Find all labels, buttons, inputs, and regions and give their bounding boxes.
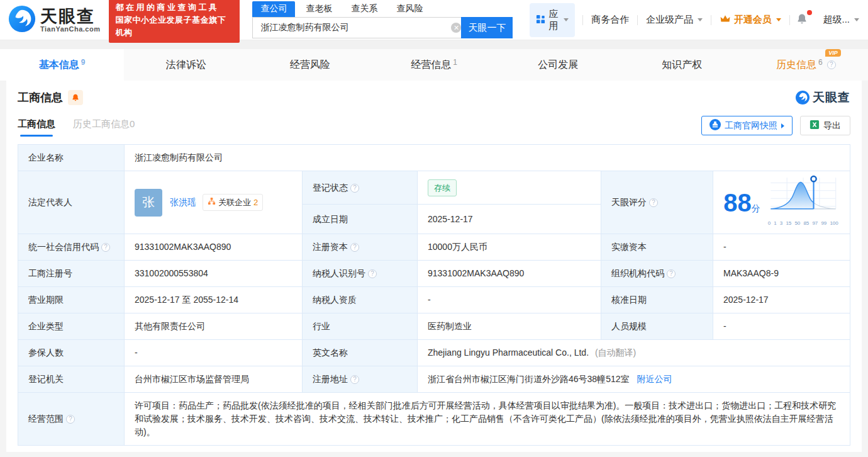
subtab-business-info[interactable]: 工商信息 [18, 118, 55, 137]
section-title: 工商信息 [18, 90, 63, 105]
table-row: 登记机关 台州市椒江区市场监督管理局 注册地址? 浙江省台州市椒江区海门街道外沙… [18, 366, 850, 393]
company-name-value: 浙江凌愈制药有限公司 [125, 145, 850, 171]
table-row: 营业期限 2025-12-17 至 2055-12-14 纳税人资质 - 核准日… [18, 287, 850, 313]
establish-date-label: 成立日期 [303, 205, 418, 234]
paid-capital-value: - [713, 234, 850, 261]
help-icon[interactable]: ? [827, 60, 836, 69]
score-curve-chart: 01 315 5085 9799 100 [767, 175, 840, 230]
credit-code-value: 91331002MAK3AAQ890 [125, 234, 303, 261]
industry-label: 行业 [303, 313, 418, 340]
nav-open-vip[interactable]: 开通会员 [711, 14, 789, 26]
score-unit: 分 [752, 203, 760, 213]
approval-date-label: 核准日期 [601, 287, 713, 313]
excel-icon [810, 120, 820, 132]
tianyancha-logo[interactable]: 天眼查 TianYanCha.com [8, 4, 100, 36]
search-input[interactable] [252, 17, 466, 38]
logo-cn-text: 天眼查 [40, 8, 100, 25]
watermark-logo: 天眼查 [795, 89, 850, 106]
nav-cooperation[interactable]: 商务合作 [583, 14, 637, 26]
business-term-value: 2025-12-17 至 2055-12-14 [125, 287, 303, 313]
apps-menu[interactable]: 应用 [530, 3, 576, 37]
tab-label: 历史信息 [776, 59, 816, 72]
table-row: 法定代表人 张 张洪瑶 关联企业 [18, 171, 850, 205]
chevron-down-icon [698, 18, 703, 21]
approval-date-value: 2025-12-17 [713, 287, 850, 313]
table-row: 工商注册号 331002000553804 纳税人识别号? 91331002MA… [18, 261, 850, 287]
english-name-value: Zhejiang Lingyu Pharmaceutical Co., Ltd.… [418, 340, 850, 366]
chevron-down-icon [854, 18, 859, 21]
tab-operation-info[interactable]: 经营信息 1 [372, 49, 496, 81]
staff-size-value: - [713, 313, 850, 340]
help-icon[interactable]: ? [101, 243, 110, 252]
apps-label: 应用 [549, 8, 559, 32]
notification-dot [807, 10, 812, 15]
nav-enterprise-products[interactable]: 企业级产品 [638, 14, 711, 26]
help-icon[interactable]: ? [667, 269, 676, 278]
subtab-history-business-info[interactable]: 历史工商信息0 [73, 118, 135, 137]
table-row: 企业类型 其他有限责任公司 行业 医药制造业 人员规模 - [18, 313, 850, 340]
tab-intellectual-property[interactable]: 知识产权 [620, 49, 744, 81]
business-scope-label: 经营范围? [18, 393, 125, 446]
slogan-line1: 都在用的商业查询工具 [115, 1, 233, 14]
help-icon[interactable]: ? [649, 198, 658, 207]
snapshot-label: 工商官网快照 [725, 120, 777, 132]
tab-basic-info[interactable]: 基本信息 9 [0, 49, 124, 81]
search-button[interactable]: 天眼一下 [461, 17, 513, 38]
official-snapshot-button[interactable]: 工商官网快照 [701, 116, 793, 135]
notification-bell[interactable] [789, 13, 815, 27]
subscribe-bell-icon[interactable] [68, 90, 83, 105]
reg-status-value: 存续 [418, 171, 601, 205]
legal-rep-name-link[interactable]: 张洪瑶 [170, 196, 196, 209]
nearby-companies-link[interactable]: 附近公司 [637, 374, 672, 384]
company-type-label: 企业类型 [18, 313, 125, 340]
reg-number-label: 工商注册号 [18, 261, 125, 287]
help-icon[interactable]: ? [368, 269, 377, 278]
nav-super-vip[interactable]: 超级... [815, 14, 859, 26]
establish-date-value: 2025-12-17 [418, 205, 601, 234]
help-icon[interactable]: ? [350, 375, 359, 384]
reg-address-label: 注册地址? [303, 366, 418, 393]
org-code-label: 组织机构代码? [601, 261, 713, 287]
taxpayer-id-value: 91331002MAK3AAQ890 [418, 261, 601, 287]
registry-authority-label: 登记机关 [18, 366, 125, 393]
enterprise-label: 企业级产品 [646, 14, 693, 26]
top-header: 天眼查 TianYanCha.com 都在用的商业查询工具 国家中小企业发展子基… [0, 0, 868, 40]
tab-label: 法律诉讼 [166, 59, 206, 72]
search-tab-relation[interactable]: 查关系 [343, 1, 386, 17]
staff-size-label: 人员规模 [601, 313, 713, 340]
tab-company-development[interactable]: 公司发展 [496, 49, 620, 81]
help-icon[interactable]: ? [66, 415, 75, 424]
business-scope-value: 许可项目：药品生产；药品批发(依法须经批准的项目，经相关部门批准后方可开展经营活… [125, 393, 850, 446]
score-pin-icon [811, 176, 816, 181]
tyc-score-cell: 88分 [713, 171, 850, 234]
reg-capital-label: 注册资本? [303, 234, 418, 261]
tab-history-info[interactable]: 历史信息 6 ? VIP [744, 49, 868, 81]
table-row: 企业名称 浙江凌愈制药有限公司 [18, 145, 850, 171]
watermark-text: 天眼查 [813, 89, 850, 106]
help-icon[interactable]: ? [350, 184, 359, 193]
avatar[interactable]: 张 [135, 189, 162, 217]
legal-rep-cell: 张 张洪瑶 关联企业 2 [125, 171, 303, 234]
tab-label: 经营信息 [411, 59, 451, 72]
registry-authority-value: 台州市椒江区市场监督管理局 [125, 366, 303, 393]
search-tab-company[interactable]: 查公司 [252, 1, 295, 17]
credit-code-label: 统一社会信用代码? [18, 234, 125, 261]
tab-legal-proceedings[interactable]: 法律诉讼 [124, 49, 248, 81]
search-tab-boss[interactable]: 查老板 [298, 1, 340, 17]
search-tab-risk[interactable]: 查风险 [388, 1, 431, 17]
tyc-score-label: 天眼评分? [601, 171, 713, 234]
company-tab-strip: 基本信息 9 法律诉讼 经营风险 经营信息 1 公司发展 知识产权 历史信息 6… [0, 49, 868, 81]
stamp-icon [709, 119, 721, 132]
taxpayer-qualification-label: 纳税人资质 [303, 287, 418, 313]
arrow-right-icon [781, 123, 784, 128]
export-button[interactable]: 导出 [800, 116, 850, 135]
header-nav: 应用 商务合作 企业级产品 开通会员 超级.. [529, 3, 859, 37]
chevron-down-icon [564, 18, 569, 21]
tab-operation-risk[interactable]: 经营风险 [248, 49, 372, 81]
help-icon[interactable]: ? [350, 243, 359, 252]
table-row: 参保人数 - 英文名称 Zhejiang Lingyu Pharmaceutic… [18, 340, 850, 366]
related-companies-badge[interactable]: 关联企业 2 [203, 194, 263, 211]
reg-number-value: 331002000553804 [125, 261, 303, 287]
reg-capital-value: 10000万人民币 [418, 234, 601, 261]
related-count: 2 [253, 196, 258, 209]
